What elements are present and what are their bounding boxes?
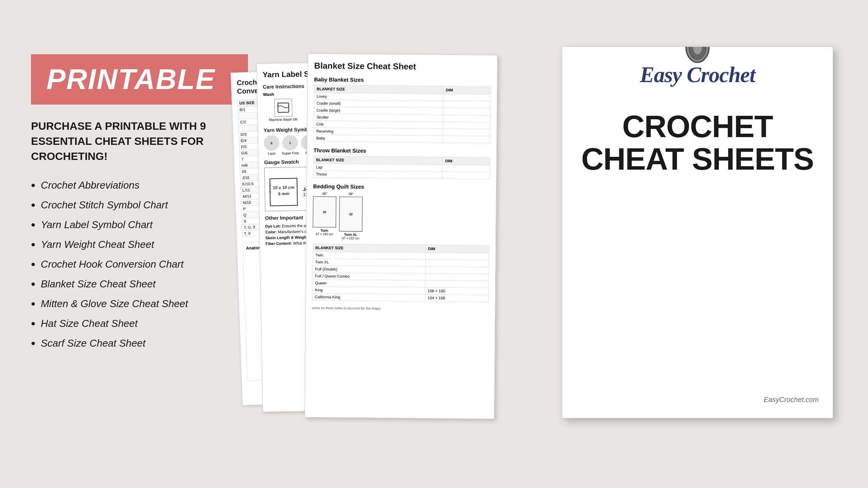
cheat-sheets-title: CROCHET CHEAT SHEETS <box>576 110 819 175</box>
yarn-lace: 0 Lace <box>264 135 279 156</box>
bedding-table: BLANKET SIZE DIM Twin Twin XL Full (Doub… <box>312 244 489 302</box>
bed-twin-label: Twin <box>320 229 328 232</box>
gauge-svg: 10 x 10 cm 6 mm 4 x 4in <box>268 176 299 208</box>
list-item: Yarn Label Symbol Chart <box>31 218 248 232</box>
list-item: Blanket Size Cheat Sheet <box>31 277 248 291</box>
throw-blanket-table: BLANKET SIZE DIM Lap Throw <box>313 156 490 179</box>
baby-blanket-title: Baby Blanket Sizes <box>314 76 491 84</box>
printable-badge: PRINTABLE <box>31 54 248 105</box>
cheat-sheets-list: Crochet AbbreviationsCrochet Stitch Symb… <box>31 178 248 351</box>
printable-badge-text: PRINTABLE <box>46 63 215 95</box>
col-blanket-size-bed: BLANKET SIZE <box>313 244 425 253</box>
purchase-text: PURCHASE A PRINTABLE WITH 9 ESSENTIAL CH… <box>31 119 248 164</box>
care-icon-machine-wash: Machine Wash OK <box>263 98 303 122</box>
bed-twin-xl: 38" 32 Twin XL 67 × 222 cm <box>339 192 363 241</box>
list-item: Mitten & Glove Size Cheat Sheet <box>31 297 248 311</box>
throw-blanket-title: Throw Blanket Sizes <box>313 147 490 155</box>
list-item: Crochet Abbreviations <box>31 178 248 192</box>
svg-text:4 x 4in: 4 x 4in <box>268 183 272 193</box>
doc-blanket-title: Blanket Size Cheat Sheet <box>314 61 491 72</box>
list-item: Scarf Size Cheat Sheet <box>31 336 248 351</box>
table-row: Throw <box>313 171 490 179</box>
machine-wash-icon <box>274 99 292 117</box>
binder-clip-svg <box>680 46 715 66</box>
list-item: Crochet Stitch Symbol Chart <box>31 198 248 212</box>
bedding-title: Bedding Quilt Sizes <box>313 183 490 191</box>
baby-blanket-table: BLANKET SIZE DIM Lovey Cradle (small) Cr… <box>313 85 491 143</box>
yarn-super-fine: 1 Super Fine <box>281 135 299 155</box>
svg-text:10 x 10 cm: 10 x 10 cm <box>273 185 294 190</box>
list-item: Crochet Hook Conversion Chart <box>31 257 248 271</box>
easy-crochet-url: EasyCrochet.com <box>764 396 819 404</box>
doc-main: Easy Crochet CROCHET CHEAT SHEETS EasyCr… <box>562 46 833 418</box>
list-item: Yarn Weight Cheat Sheet <box>31 237 248 252</box>
col-dim-bed: DIM <box>425 245 489 253</box>
bed-twin: 38" 32 Twin 67 × 190 cm <box>313 192 336 240</box>
table-row: California King104 × 108 <box>312 294 489 302</box>
dim-note: extra on three sides to account for the … <box>312 306 489 311</box>
bed-twin-xl-label: Twin XL <box>344 233 357 237</box>
col-dim: DIM <box>443 86 491 94</box>
docs-section: Crochet HookConversion Chart US SIZE MET… <box>225 39 845 449</box>
left-section: PRINTABLE PURCHASE A PRINTABLE WITH 9 ES… <box>31 54 248 356</box>
col-dim-throw: DIM <box>443 157 490 165</box>
binder-clip <box>680 46 715 68</box>
doc-blanket-size: Blanket Size Cheat Sheet Baby Blanket Si… <box>305 53 498 419</box>
bed-diagrams: 38" 32 Twin 67 × 190 cm 38" 32 Twin XL 6… <box>313 192 490 241</box>
svg-text:6 mm: 6 mm <box>278 191 289 196</box>
list-item: Hat Size Cheat Sheet <box>31 316 248 331</box>
table-row: Baby <box>314 135 490 143</box>
